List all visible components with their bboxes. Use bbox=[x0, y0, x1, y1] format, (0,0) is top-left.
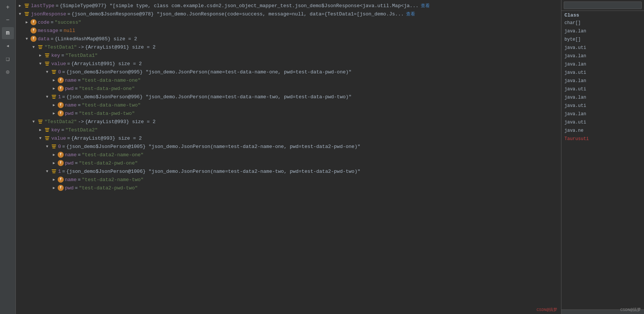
tree-arrow-row5[interactable] bbox=[24, 36, 29, 41]
tree-row[interactable]: value = {ArrayList@991} size = 2 bbox=[16, 59, 561, 68]
class-list-item[interactable]: java.lan bbox=[561, 52, 644, 60]
right-panel-header bbox=[561, 0, 644, 11]
equals-symbol: = bbox=[75, 160, 78, 166]
tree-row[interactable]: fmessage = null bbox=[16, 26, 561, 35]
tree-row[interactable]: key = "TestData1" bbox=[16, 51, 561, 59]
tree-arrow-row18[interactable] bbox=[44, 144, 50, 149]
tree-row[interactable]: fname = "test-data2-name-one" bbox=[16, 151, 561, 159]
tree-row[interactable]: 0 = {json_demo$JsonPerson@1005} "json_de… bbox=[16, 142, 561, 151]
class-list-item[interactable]: char[] bbox=[561, 19, 644, 27]
tree-arrow-row19[interactable] bbox=[51, 152, 57, 157]
tree-row[interactable]: "TestData1" -> {ArrayList@991} size = 2 bbox=[16, 43, 561, 51]
equals-symbol: = bbox=[62, 69, 65, 75]
tree-arrow-row14[interactable] bbox=[51, 111, 57, 116]
class-list-item[interactable]: java.lan bbox=[561, 77, 644, 85]
var-icon bbox=[51, 69, 57, 75]
equals-symbol: = bbox=[60, 28, 63, 34]
copy-icon[interactable]: ❑ bbox=[2, 53, 14, 65]
tree-arrow-row13[interactable] bbox=[51, 102, 57, 108]
var-value: "test-data-pwd-two" bbox=[79, 111, 135, 116]
var-icon bbox=[37, 44, 43, 50]
var-icon bbox=[51, 168, 57, 174]
var-name-label: value bbox=[51, 61, 66, 67]
class-list-item[interactable]: java.lan bbox=[561, 60, 644, 69]
var-value: "test-data2-pwd-two" bbox=[79, 185, 138, 191]
back-icon[interactable]: ◀ bbox=[2, 40, 14, 52]
tree-row[interactable]: value = {ArrayList@993} size = 2 bbox=[16, 134, 561, 142]
class-list-item[interactable]: Taurusuti bbox=[561, 135, 644, 143]
m-icon[interactable]: m bbox=[2, 27, 14, 39]
var-name-label: jsonResponse bbox=[31, 11, 66, 17]
view-link[interactable]: 查看 bbox=[421, 3, 430, 9]
equals-symbol: = bbox=[67, 11, 71, 17]
equals-symbol: = bbox=[62, 94, 65, 100]
field-icon: f bbox=[31, 36, 37, 42]
var-value: "TestData1" bbox=[65, 53, 98, 58]
tree-row[interactable]: fname = "test-data-name-two" bbox=[16, 101, 561, 109]
var-value: {json_demo$JsonPerson@1006} "json_demo.J… bbox=[66, 169, 360, 174]
var-name-label: data bbox=[38, 36, 49, 42]
tree-arrow-row10[interactable] bbox=[51, 78, 57, 83]
tree-arrow-row8[interactable] bbox=[38, 61, 43, 66]
class-list-item[interactable]: java.uti bbox=[561, 102, 644, 110]
class-list-item[interactable]: java.uti bbox=[561, 44, 644, 52]
field-icon: f bbox=[58, 102, 64, 108]
class-list-item[interactable]: java.lan bbox=[561, 93, 644, 102]
minus-icon[interactable]: − bbox=[2, 14, 14, 26]
tree-row[interactable]: 1 = {json_demo$JsonPerson@1006} "json_de… bbox=[16, 167, 561, 175]
var-icon bbox=[44, 135, 50, 141]
tree-arrow-row17[interactable] bbox=[38, 136, 43, 141]
tree-arrow-row11[interactable] bbox=[51, 86, 57, 91]
class-list-item[interactable]: java.uti bbox=[561, 69, 644, 77]
tree-arrow-row2[interactable] bbox=[17, 11, 23, 17]
class-list-item[interactable]: byte[] bbox=[561, 35, 644, 44]
plus-icon[interactable]: + bbox=[2, 2, 14, 14]
class-list[interactable]: char[]java.lanbyte[]java.utijava.lanjava… bbox=[561, 19, 644, 309]
tree-row[interactable]: fdata = {LinkedHashMap@985} size = 2 bbox=[16, 35, 561, 43]
tree-row[interactable]: fpwd = "test-data-pwd-two" bbox=[16, 109, 561, 117]
tree-row[interactable]: 0 = {json_demo$JsonPerson@995} "json_dem… bbox=[16, 68, 561, 76]
main-area: lastType = {SimpleType@977} "[simple typ… bbox=[16, 0, 644, 314]
var-value: "test-data2-name-two" bbox=[82, 177, 144, 183]
tree-row[interactable]: jsonResponse = {json_demo$JsonResponse@9… bbox=[16, 10, 561, 18]
view-link[interactable]: 查看 bbox=[406, 11, 415, 17]
tree-arrow-row21[interactable] bbox=[44, 169, 50, 174]
var-name-label: key bbox=[51, 127, 60, 133]
tree-row[interactable]: "TestData2" -> {ArrayList@993} size = 2 bbox=[16, 117, 561, 126]
var-value: {json_demo$JsonPerson@996} "json_demo.Js… bbox=[66, 94, 352, 100]
tree-arrow-row20[interactable] bbox=[51, 160, 57, 166]
class-list-item[interactable]: java.uti bbox=[561, 85, 644, 93]
tree-arrow-row22[interactable] bbox=[51, 177, 57, 182]
glasses-icon[interactable]: ◎ bbox=[2, 66, 14, 78]
tree-row[interactable]: fname = "test-data2-name-two" bbox=[16, 175, 561, 184]
equals-symbol: = bbox=[61, 53, 64, 58]
class-search-input[interactable] bbox=[564, 2, 642, 9]
watermark2: CSDN@搞梦 bbox=[620, 307, 641, 312]
class-list-item[interactable]: java.ne bbox=[561, 127, 644, 135]
tree-arrow-row9[interactable] bbox=[44, 69, 50, 75]
tree-panel[interactable]: lastType = {SimpleType@977} "[simple typ… bbox=[16, 0, 561, 314]
tree-arrow-row16[interactable] bbox=[38, 127, 43, 133]
tree-row[interactable]: 1 = {json_demo$JsonPerson@996} "json_dem… bbox=[16, 93, 561, 101]
var-value: "test-data2-pwd-one" bbox=[79, 160, 138, 166]
tree-arrow-row23[interactable] bbox=[51, 185, 57, 191]
tree-row[interactable]: fpwd = "test-data2-pwd-one" bbox=[16, 159, 561, 167]
class-list-item[interactable]: java.lan bbox=[561, 110, 644, 118]
class-list-item[interactable]: java.lan bbox=[561, 27, 644, 35]
tree-row[interactable]: fpwd = "test-data-pwd-one" bbox=[16, 84, 561, 93]
tree-arrow-row12[interactable] bbox=[44, 94, 50, 99]
class-list-item[interactable]: java.uti bbox=[561, 118, 644, 127]
tree-row[interactable]: key = "TestData2" bbox=[16, 126, 561, 134]
tree-row[interactable]: fcode = "success" bbox=[16, 18, 561, 26]
tree-arrow-row3[interactable] bbox=[24, 20, 29, 25]
tree-row[interactable]: fpwd = "test-data2-pwd-two" bbox=[16, 184, 561, 192]
equals-symbol: = bbox=[62, 144, 65, 149]
tree-arrow-row7[interactable] bbox=[38, 53, 43, 58]
field-icon: f bbox=[58, 77, 64, 83]
tree-arrow-row1[interactable] bbox=[17, 3, 23, 8]
tree-arrow-row6[interactable] bbox=[31, 44, 36, 50]
tree-arrow-row15[interactable] bbox=[31, 119, 36, 124]
equals-symbol: = bbox=[67, 136, 70, 141]
tree-row[interactable]: fname = "test-data-name-one" bbox=[16, 76, 561, 84]
tree-row[interactable]: lastType = {SimpleType@977} "[simple typ… bbox=[16, 2, 561, 10]
